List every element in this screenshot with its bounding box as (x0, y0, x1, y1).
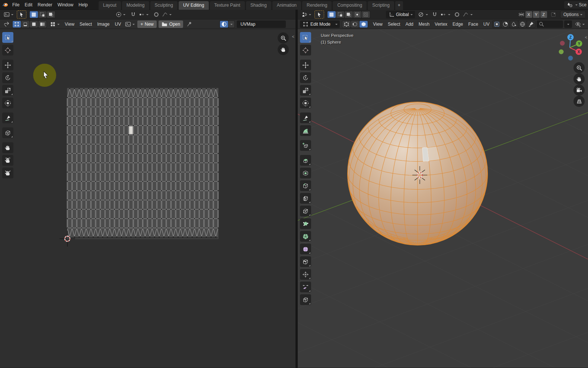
shading-globe-toggle[interactable] (518, 21, 527, 28)
menu-window[interactable]: Window (55, 0, 76, 9)
workspace-tab-texture-paint[interactable]: Texture Paint (210, 1, 245, 10)
tool-grab-hand[interactable] (2, 142, 13, 153)
tool-tweak-select[interactable] (2, 32, 13, 43)
mesh-select-face[interactable] (359, 21, 368, 28)
add-workspace-button[interactable]: + (395, 1, 403, 10)
snap-target-dropdown[interactable] (137, 11, 150, 18)
select-mode-subtract[interactable] (345, 11, 353, 18)
visibility-dropdown[interactable] (573, 20, 586, 28)
falloff-curve-dropdown[interactable] (461, 11, 474, 18)
viewport-menu-add[interactable]: Add (403, 20, 416, 29)
viewport-canvas[interactable]: ZYX User Perspective (1) Sphere < (298, 29, 588, 368)
tool-loop-cut[interactable] (300, 193, 311, 204)
menu-file[interactable]: File (10, 0, 22, 9)
viewport-menu-mesh[interactable]: Mesh (416, 20, 432, 29)
select-mode-new[interactable] (327, 11, 336, 18)
uv-select-edge[interactable] (21, 21, 29, 28)
uv-pan-button[interactable] (278, 44, 289, 55)
select-mode-extend[interactable] (336, 11, 344, 18)
menu-render[interactable]: Render (35, 0, 55, 9)
viewport-menu-select[interactable]: Select (385, 20, 403, 29)
workspace-tab-layout[interactable]: Layout (99, 1, 121, 10)
tool-shear[interactable] (300, 282, 311, 292)
uv-map-display-chevron[interactable] (229, 21, 234, 28)
viewport-menu-view[interactable]: View (370, 20, 385, 29)
uv-menu-select[interactable]: Select (77, 20, 95, 29)
tool-transform[interactable] (2, 98, 13, 108)
active-tool-display[interactable] (314, 10, 324, 19)
viewport-zoom-button[interactable] (573, 62, 585, 73)
tool-move[interactable] (2, 60, 13, 70)
active-tool-display[interactable] (17, 10, 26, 19)
tool-tweak-select[interactable] (300, 32, 311, 43)
navigation-gizmo[interactable]: ZYX (559, 34, 582, 61)
transform-orientation-dropdown[interactable]: Global (386, 11, 415, 18)
uv-menu-view[interactable]: View (62, 20, 77, 29)
falloff-toggle[interactable] (453, 11, 461, 18)
snap-toggle[interactable] (129, 11, 137, 18)
viewport-menu-vertex[interactable]: Vertex (432, 20, 450, 29)
tool-pinch-hand[interactable] (2, 168, 13, 178)
workspace-tab-shading[interactable]: Shading (246, 1, 271, 10)
select-mode-extend[interactable] (38, 11, 47, 18)
snap-toggle[interactable] (431, 11, 439, 18)
new-image-button[interactable]: + New (137, 20, 157, 28)
active-tool-dropdown[interactable] (2, 11, 15, 18)
select-mode-new[interactable] (30, 11, 38, 18)
tool-shrink-fatten[interactable] (300, 269, 311, 280)
tool-move[interactable] (300, 60, 311, 70)
show-overlays-toggle[interactable] (501, 21, 509, 28)
xray-toggle[interactable] (510, 21, 518, 28)
menu-edit[interactable]: Edit (22, 0, 35, 9)
uv-canvas[interactable]: < (0, 29, 295, 368)
uv-sidebar-toggle[interactable]: < (292, 34, 294, 39)
menu-help[interactable]: Help (76, 0, 90, 9)
sticky-selection-dropdown[interactable] (48, 20, 61, 28)
mirror-z-button[interactable]: Z (540, 11, 547, 18)
shading-dropdown[interactable] (564, 20, 572, 28)
workspace-tab-uv-editing[interactable]: UV Editing (179, 1, 209, 10)
tool-annotate[interactable] (2, 112, 13, 123)
paint-overlay-toggle[interactable] (527, 21, 535, 28)
tool-extrude-region[interactable] (300, 155, 311, 166)
tool-rip-region[interactable] (2, 127, 13, 138)
mirror-y-button[interactable]: Y (533, 11, 540, 18)
tool-cursor-3d[interactable] (300, 45, 311, 55)
scene-selector[interactable]: Sce (564, 1, 588, 9)
viewport-menu-uv[interactable]: UV (481, 20, 492, 29)
workspace-tab-rendering[interactable]: Rendering (302, 1, 332, 10)
tool-edge-slide[interactable] (300, 256, 311, 267)
pin-image-toggle[interactable] (185, 20, 194, 28)
uv-menu-uv[interactable]: UV (112, 20, 124, 29)
tool-rotate[interactable] (300, 72, 311, 83)
tool-measure[interactable] (300, 125, 311, 136)
snap-mode-dropdown[interactable] (417, 11, 429, 18)
viewport-menu-edge[interactable]: Edge (450, 20, 466, 29)
uv-zoom-button[interactable] (278, 32, 289, 44)
workspace-tab-compositing[interactable]: Compositing (333, 1, 367, 10)
blender-logo-icon[interactable] (0, 1, 10, 8)
snap-base-dropdown[interactable] (549, 11, 558, 18)
search-field[interactable] (537, 20, 563, 28)
uv-map-name-field[interactable]: UVMap (237, 20, 286, 28)
tool-transform[interactable] (300, 98, 311, 108)
viewport-pan-button[interactable] (573, 73, 585, 85)
mirror-x-button[interactable]: X (525, 11, 532, 18)
viewport-ortho-button[interactable] (573, 96, 585, 107)
workspace-tab-modeling[interactable]: Modeling (122, 1, 149, 10)
show-gizmo-toggle[interactable] (493, 21, 501, 28)
tool-poly-build[interactable] (300, 218, 311, 229)
tool-scale[interactable] (300, 85, 311, 96)
tool-add-cube[interactable] (300, 140, 311, 151)
tool-spin[interactable] (300, 231, 311, 242)
select-mode-intersect[interactable] (362, 11, 370, 18)
uv-map-sphere-button[interactable] (220, 21, 228, 28)
uv-menu-image[interactable]: Image (95, 20, 112, 29)
tool-rip-region-3d[interactable] (300, 294, 311, 305)
tool-annotate[interactable] (300, 112, 311, 123)
mode-dropdown[interactable]: Edit Mode (300, 20, 340, 28)
browse-image-dropdown[interactable] (124, 20, 136, 28)
tool-knife[interactable] (300, 206, 311, 216)
workspace-tab-sculpting[interactable]: Sculpting (150, 1, 178, 10)
falloff-curve-dropdown[interactable] (160, 11, 173, 18)
